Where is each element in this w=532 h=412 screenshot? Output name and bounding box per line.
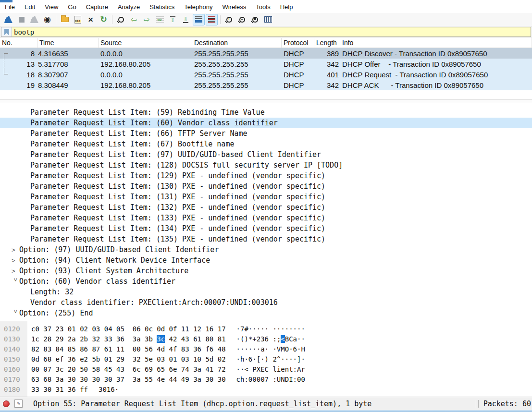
reload-file-button[interactable]: ↻ <box>98 14 110 25</box>
menu-file[interactable]: File <box>0 2 20 12</box>
detail-row-1[interactable]: Parameter Request List Item: (60) Vendor… <box>0 118 532 128</box>
hex-row-0120[interactable]: 0120c0 37 23 01 02 03 04 05 06 0c 0d 0f … <box>0 324 532 334</box>
hex-bytes[interactable]: 63 68 3a 30 30 30 30 37 3a 55 4e 44 49 3… <box>31 376 226 383</box>
expert-info-icon[interactable] <box>3 400 10 407</box>
column-header-info[interactable]: Info <box>340 38 532 48</box>
menu-view[interactable]: View <box>40 2 63 12</box>
cell-time: 4.316635 <box>37 48 99 59</box>
hex-ascii[interactable]: ch:00007 :UNDI:00 <box>236 376 305 383</box>
packet-details-pane: Parameter Request List Item: (59) Rebind… <box>0 103 532 321</box>
hex-ascii[interactable]: ··< PXEC lient:Ar <box>236 365 305 373</box>
restart-capture-button[interactable] <box>28 14 40 25</box>
menu-telephony[interactable]: Telephony <box>179 2 217 12</box>
hex-ascii[interactable]: 3016· <box>99 386 119 393</box>
detail-row-19[interactable]: >Option: (255) End <box>0 308 532 318</box>
capture-comment-icon[interactable]: ✎ <box>14 400 23 408</box>
zoom-reset-button[interactable]: = <box>249 14 261 25</box>
start-capture-button[interactable] <box>2 14 14 25</box>
hex-row-0130[interactable]: 01301c 28 29 2a 2b 32 33 36 3a 3b 3c 42 … <box>0 334 532 344</box>
column-header-no[interactable]: No. <box>0 38 37 48</box>
detail-row-6[interactable]: Parameter Request List Item: (129) PXE -… <box>0 170 532 181</box>
go-to-bottom-button[interactable]: ⇩ <box>180 14 192 25</box>
detail-row-12[interactable]: Parameter Request List Item: (135) PXE -… <box>0 234 532 244</box>
find-packet-button[interactable] <box>115 14 127 25</box>
menu-analyze[interactable]: Analyze <box>113 2 145 12</box>
display-filter-field[interactable] <box>1 27 531 37</box>
hex-row-0170[interactable]: 017063 68 3a 30 30 30 30 37 3a 55 4e 44 … <box>0 374 532 384</box>
capture-options-button[interactable]: ◉ <box>41 14 53 25</box>
hex-bytes[interactable]: 00 07 3c 20 50 58 45 43 6c 69 65 6e 74 3… <box>31 365 226 373</box>
menu-go[interactable]: Go <box>63 2 81 12</box>
hex-row-0140[interactable]: 014082 83 84 85 86 87 61 11 00 56 4d 4f … <box>0 344 532 354</box>
filter-bookmark-button[interactable] <box>1 27 12 36</box>
detail-row-0[interactable]: Parameter Request List Item: (59) Rebind… <box>0 107 532 118</box>
column-header-destination[interactable]: Destination <box>192 38 282 48</box>
hex-ascii[interactable]: ·()*+236 :;<BCa·· <box>236 335 305 343</box>
packet-row-18[interactable]: 188.3079070.0.0.0255.255.255.255DHCP401D… <box>0 69 532 80</box>
detail-row-11[interactable]: Parameter Request List Item: (134) PXE -… <box>0 223 532 234</box>
hex-bytes[interactable]: 0d 68 ef 36 e2 5b 01 29 32 5e 03 01 03 1… <box>31 355 226 363</box>
detail-row-15[interactable]: >Option: (93) Client System Architecture <box>0 266 532 276</box>
menu-wireless[interactable]: Wireless <box>217 2 251 12</box>
stop-capture-button[interactable] <box>15 14 27 25</box>
go-back-button[interactable]: ⇦ <box>128 14 140 25</box>
zoom-out-button[interactable]: − <box>236 14 248 25</box>
go-forward-button[interactable]: ⇨ <box>141 14 153 25</box>
detail-row-10[interactable]: Parameter Request List Item: (133) PXE -… <box>0 213 532 223</box>
pane-splitter-top[interactable] <box>0 99 532 103</box>
shark-fin-icon <box>4 16 12 23</box>
detail-row-4[interactable]: Parameter Request List Item: (97) UUID/G… <box>0 149 532 160</box>
detail-row-2[interactable]: Parameter Request List Item: (66) TFTP S… <box>0 128 532 139</box>
hex-bytes[interactable]: 1c 28 29 2a 2b 32 33 36 3a 3b 3c 42 43 6… <box>31 335 226 343</box>
go-to-packet-button[interactable]: ⇨ <box>154 14 166 25</box>
resize-columns-button[interactable] <box>262 14 274 25</box>
chevron-down-icon[interactable]: > <box>12 309 19 317</box>
detail-row-14[interactable]: >Option: (94) Client Network Device Inte… <box>0 255 532 266</box>
colorize-button[interactable] <box>206 14 218 25</box>
detail-row-17[interactable]: Length: 32 <box>0 287 532 297</box>
menu-statistics[interactable]: Statistics <box>145 2 179 12</box>
close-file-button[interactable]: ✕ <box>85 14 97 25</box>
detail-row-7[interactable]: Parameter Request List Item: (130) PXE -… <box>0 181 532 192</box>
hex-row-0150[interactable]: 01500d 68 ef 36 e2 5b 01 29 32 5e 03 01 … <box>0 354 532 364</box>
hex-row-0160[interactable]: 016000 07 3c 20 50 58 45 43 6c 69 65 6e … <box>0 364 532 374</box>
packet-row-13[interactable]: 135.317708192.168.80.205255.255.255.255D… <box>0 59 532 69</box>
detail-row-9[interactable]: Parameter Request List Item: (132) PXE -… <box>0 202 532 213</box>
display-filter-input[interactable] <box>12 27 531 36</box>
chevron-down-icon[interactable]: > <box>12 278 19 285</box>
detail-text: Option: (255) End <box>19 309 93 317</box>
detail-row-3[interactable]: Parameter Request List Item: (67) Bootfi… <box>0 139 532 149</box>
filter-toolbar <box>0 26 532 38</box>
menu-capture[interactable]: Capture <box>81 2 113 12</box>
hex-bytes[interactable]: 33 30 31 36 ff <box>31 386 88 393</box>
open-file-button[interactable] <box>59 14 71 25</box>
chevron-right-icon[interactable]: > <box>12 246 19 254</box>
chevron-right-icon[interactable]: > <box>12 257 19 264</box>
menu-edit[interactable]: Edit <box>20 2 40 12</box>
chevron-right-icon[interactable]: > <box>12 267 19 275</box>
column-header-length[interactable]: Length <box>314 38 340 48</box>
detail-row-13[interactable]: >Option: (97) UUID/GUID-based Client Ide… <box>0 244 532 255</box>
column-header-protocol[interactable]: Protocol <box>282 38 314 48</box>
hex-bytes[interactable]: c0 37 23 01 02 03 04 05 06 0c 0d 0f 11 1… <box>31 325 226 333</box>
go-to-top-button[interactable]: ⇧ <box>167 14 179 25</box>
column-header-source[interactable]: Source <box>99 38 192 48</box>
zoom-in-button[interactable]: + <box>223 14 235 25</box>
detail-row-5[interactable]: Parameter Request List Item: (128) DOCSI… <box>0 160 532 170</box>
hex-bytes[interactable]: 82 83 84 85 86 87 61 11 00 56 4d 4f 83 3… <box>31 345 226 353</box>
hex-ascii[interactable]: ·h·6·[·) 2^····]· <box>236 355 305 363</box>
detail-row-16[interactable]: >Option: (60) Vendor class identifier <box>0 276 532 287</box>
packet-list-header[interactable]: No.TimeSourceDestinationProtocolLengthIn… <box>0 38 532 48</box>
save-file-button[interactable] <box>72 14 84 25</box>
column-header-time[interactable]: Time <box>37 38 99 48</box>
auto-scroll-button[interactable] <box>193 14 205 25</box>
hex-ascii[interactable]: ·7#····· ········ <box>236 325 305 333</box>
detail-row-18[interactable]: Vendor class identifier: PXEClient:Arch:… <box>0 297 532 308</box>
detail-row-8[interactable]: Parameter Request List Item: (131) PXE -… <box>0 192 532 202</box>
menu-help[interactable]: Help <box>275 2 298 12</box>
hex-ascii[interactable]: ······a· ·VMO·6·H <box>236 345 305 353</box>
packet-row-19[interactable]: 198.308449192.168.80.205255.255.255.255D… <box>0 80 532 90</box>
menu-tools[interactable]: Tools <box>251 2 275 12</box>
packet-row-8[interactable]: 84.3166350.0.0.0255.255.255.255DHCP389DH… <box>0 48 532 59</box>
hex-row-0180[interactable]: 018033 30 31 36 ff3016· <box>0 384 532 394</box>
